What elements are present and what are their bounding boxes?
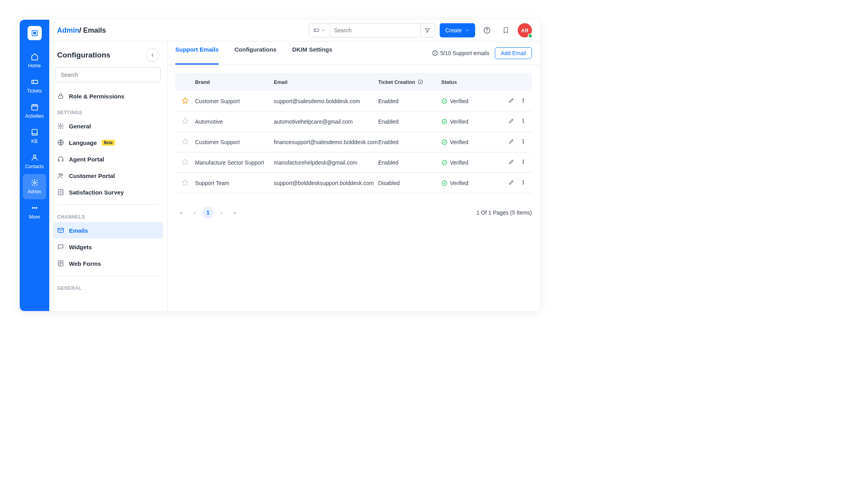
star-toggle[interactable]: [182, 117, 189, 126]
edit-button[interactable]: [508, 97, 515, 105]
config-item-webforms[interactable]: Web Forms: [49, 255, 167, 272]
page-current[interactable]: 1: [202, 207, 214, 219]
config-item-emails[interactable]: Emails: [53, 222, 163, 239]
nav-label: Tickets: [27, 88, 42, 94]
collapse-button[interactable]: [146, 48, 159, 62]
check-circle-icon: [441, 119, 448, 125]
cell-status: Verified: [441, 159, 496, 166]
svg-point-9: [36, 208, 37, 209]
edit-button[interactable]: [508, 159, 515, 166]
edit-button[interactable]: [508, 138, 515, 146]
check-circle-icon: [441, 159, 448, 166]
page-first[interactable]: «: [175, 207, 187, 219]
search-type-selector[interactable]: [309, 24, 330, 37]
svg-rect-1: [33, 32, 36, 35]
cell-brand: Support Team: [195, 180, 274, 186]
tab-configurations[interactable]: Configurations: [234, 41, 277, 65]
bookmark-button[interactable]: [499, 23, 513, 37]
tab-dkim[interactable]: DKIM Settings: [292, 41, 333, 65]
star-toggle[interactable]: [182, 97, 189, 105]
filter-button[interactable]: [420, 23, 435, 37]
page-last[interactable]: »: [229, 207, 241, 219]
config-item-widgets[interactable]: Widgets: [49, 239, 167, 255]
tab-support-emails[interactable]: Support Emails: [175, 41, 219, 65]
beta-badge: Beta: [102, 140, 115, 146]
svg-point-32: [523, 141, 524, 142]
more-button[interactable]: [520, 97, 526, 105]
chat-icon: [57, 243, 64, 250]
page-next[interactable]: ›: [216, 207, 227, 219]
svg-point-41: [523, 183, 524, 184]
more-button[interactable]: [520, 159, 526, 166]
star-toggle[interactable]: [182, 158, 189, 167]
config-item-role[interactable]: Role & Permissions: [49, 88, 167, 104]
svg-point-16: [61, 174, 63, 176]
table-header: Brand Email Ticket Creation Status: [175, 73, 532, 91]
globe-icon: [57, 139, 64, 146]
nav-kb[interactable]: KB: [20, 124, 49, 149]
pencil-icon: [508, 118, 515, 124]
svg-point-27: [523, 119, 524, 120]
status-badge: [528, 33, 533, 38]
page-prev[interactable]: ‹: [189, 207, 201, 219]
svg-point-29: [523, 122, 524, 123]
nav-more[interactable]: More: [20, 199, 49, 224]
search-input[interactable]: [330, 27, 420, 33]
svg-point-34: [442, 160, 447, 165]
form-icon: [57, 260, 64, 267]
global-search[interactable]: [309, 23, 435, 37]
config-title: Configurations: [57, 51, 110, 59]
user-avatar[interactable]: AR: [518, 23, 532, 37]
home-icon: [31, 53, 39, 61]
edit-button[interactable]: [508, 118, 515, 125]
edit-button[interactable]: [508, 179, 515, 187]
cell-email: support@bolddesksupport.bolddesk.com: [274, 180, 378, 186]
config-item-language[interactable]: Language Beta: [49, 134, 167, 151]
svg-point-40: [523, 182, 524, 183]
info-icon: [418, 79, 423, 85]
config-search-input[interactable]: [56, 67, 161, 82]
tabs: Support Emails Configurations DKIM Setti…: [167, 41, 540, 65]
nav-label: KB: [31, 139, 37, 144]
nav-tickets[interactable]: Tickets: [20, 73, 49, 98]
col-brand: Brand: [195, 79, 274, 85]
star-toggle[interactable]: [182, 138, 189, 146]
help-button[interactable]: [480, 23, 494, 37]
config-item-general[interactable]: General: [49, 118, 167, 134]
config-item-agent-portal[interactable]: Agent Portal: [49, 151, 167, 167]
col-email: Email: [274, 79, 378, 85]
more-button[interactable]: [520, 118, 526, 125]
users-icon: [57, 172, 64, 179]
sidebar-main: Home Tickets Activities KB Contacts Admi…: [20, 20, 49, 311]
cell-brand: Customer Support: [195, 139, 274, 145]
config-item-survey[interactable]: Satisfaction Survey: [49, 184, 167, 200]
breadcrumb-link[interactable]: Admin: [57, 26, 79, 34]
svg-point-23: [523, 98, 524, 99]
svg-point-13: [60, 125, 62, 127]
table-row: Manufacture Sector Support manufacturehe…: [175, 152, 532, 173]
svg-point-28: [523, 120, 524, 121]
svg-point-39: [523, 180, 524, 181]
nav-label: Home: [28, 63, 41, 69]
svg-rect-3: [32, 105, 37, 110]
nav-activities[interactable]: Activities: [20, 98, 49, 124]
more-button[interactable]: [520, 179, 526, 187]
svg-rect-12: [59, 96, 63, 98]
nav-home[interactable]: Home: [20, 48, 49, 73]
config-item-customer-portal[interactable]: Customer Portal: [49, 167, 167, 184]
more-button[interactable]: [520, 138, 526, 146]
headset-icon: [57, 156, 64, 163]
pagination: « ‹ 1 › » 1 Of 1 Pages (5 Items): [167, 201, 540, 224]
cell-ticket: Enabled: [378, 98, 441, 104]
survey-icon: [57, 189, 64, 196]
create-button[interactable]: Create: [440, 23, 475, 37]
star-toggle[interactable]: [182, 179, 189, 187]
nav-admin[interactable]: Admin: [23, 174, 46, 199]
pencil-icon: [508, 97, 515, 104]
section-channels: CHANNELS: [49, 209, 167, 222]
nav-contacts[interactable]: Contacts: [20, 149, 49, 174]
cell-ticket: Disabled: [378, 180, 441, 186]
col-status: Status: [441, 79, 496, 85]
svg-rect-10: [314, 29, 319, 32]
add-email-button[interactable]: Add Email: [495, 47, 532, 59]
